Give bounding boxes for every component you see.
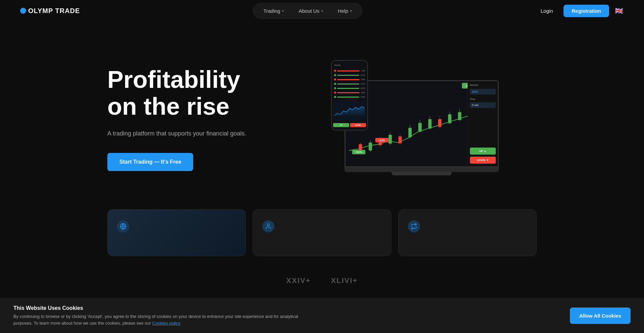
svg-text:-12%: -12% bbox=[379, 139, 385, 142]
logo[interactable]: OLYMP TRADE bbox=[20, 7, 80, 15]
brand-logo-1: XLIVI+ bbox=[331, 276, 358, 285]
globe-icon bbox=[117, 220, 129, 232]
hero-right: Assets -1.2% +2.1% - bbox=[246, 60, 584, 177]
cookie-policy-link[interactable]: Cookies policy bbox=[152, 321, 180, 326]
cookie-body: By continuing to browse or by clicking '… bbox=[13, 313, 315, 326]
nav-trading-label: Trading bbox=[263, 8, 280, 14]
hero-subtitle: A trading platform that supports your fi… bbox=[107, 129, 246, 138]
cookie-text: This Website Uses Cookies By continuing … bbox=[13, 305, 315, 326]
phone-mockup: Assets -1.2% +2.1% - bbox=[331, 60, 368, 130]
login-button[interactable]: Login bbox=[535, 5, 558, 16]
navbar: OLYMP TRADE Trading ▾ About Us ▾ Help ▾ … bbox=[0, 0, 644, 21]
start-trading-button[interactable]: Start Trading — It's Free bbox=[107, 153, 193, 171]
hero-left: Profitability on the rise A trading plat… bbox=[107, 66, 246, 171]
nav-item-about[interactable]: About Us ▾ bbox=[292, 5, 330, 16]
nav-about-label: About Us bbox=[299, 8, 319, 14]
nav-item-trading[interactable]: Trading ▾ bbox=[257, 5, 290, 16]
svg-text:+92%: +92% bbox=[355, 151, 362, 154]
feature-card-2 bbox=[398, 209, 537, 256]
nav-help-label: Help bbox=[338, 8, 348, 14]
chevron-down-icon: ▾ bbox=[350, 9, 352, 13]
feature-cards-section bbox=[0, 209, 644, 270]
feature-card-1 bbox=[253, 209, 391, 256]
cookie-banner: This Website Uses Cookies By continuing … bbox=[0, 298, 644, 333]
chevron-down-icon: ▾ bbox=[321, 9, 323, 13]
chevron-down-icon: ▾ bbox=[282, 9, 284, 13]
allow-cookies-button[interactable]: Allow All Cookies bbox=[570, 308, 631, 324]
svg-marker-0 bbox=[334, 107, 365, 117]
register-button[interactable]: Registration bbox=[564, 5, 609, 17]
hero-section: Profitability on the rise A trading plat… bbox=[0, 21, 644, 209]
nav-right: Login Registration 🇬🇧 bbox=[535, 5, 624, 17]
user-icon bbox=[262, 220, 274, 232]
svg-point-36 bbox=[267, 224, 270, 226]
brand-logo-0: XXIV+ bbox=[286, 276, 311, 285]
device-illustration: Assets -1.2% +2.1% - bbox=[331, 60, 499, 177]
feature-card-0 bbox=[107, 209, 246, 256]
brand-name: OLYMP TRADE bbox=[28, 7, 80, 15]
nav-item-help[interactable]: Help ▾ bbox=[331, 5, 359, 16]
language-flag-icon[interactable]: 🇬🇧 bbox=[614, 7, 624, 14]
brands-section: XXIV+ XLIVI+ bbox=[0, 270, 644, 285]
nav-center: Trading ▾ About Us ▾ Help ▾ bbox=[253, 3, 362, 19]
hero-title: Profitability on the rise bbox=[107, 66, 246, 119]
cookie-title: This Website Uses Cookies bbox=[13, 305, 315, 311]
transfer-icon bbox=[408, 220, 420, 232]
logo-circle-icon bbox=[20, 8, 26, 14]
